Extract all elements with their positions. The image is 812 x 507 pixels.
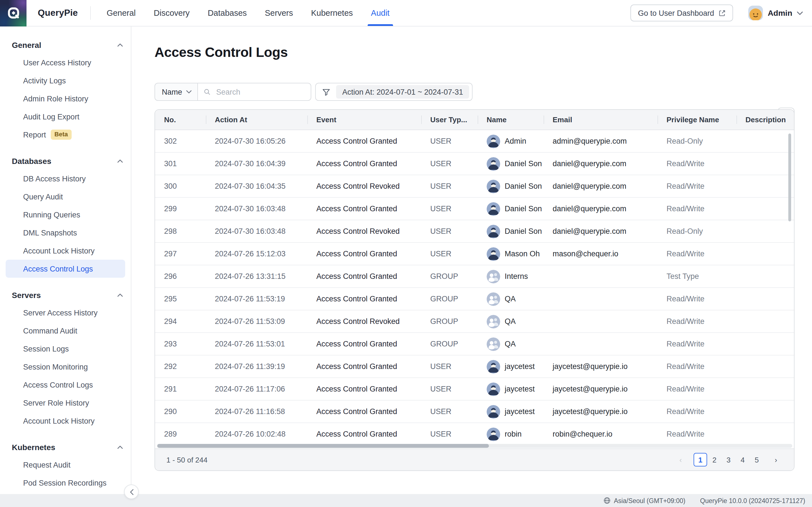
sidebar-item-report[interactable]: ReportBeta xyxy=(6,126,125,144)
table-row[interactable]: 2992024-07-30 16:03:48Access Control Gra… xyxy=(155,198,794,220)
group-avatar-icon xyxy=(487,270,500,283)
sidebar-item-db-access-history[interactable]: DB Access History xyxy=(6,170,125,187)
sidebar-section-header-servers[interactable]: Servers xyxy=(0,287,131,304)
sidebar-item-access-control-logs[interactable]: Access Control Logs xyxy=(6,260,125,278)
column-header-email[interactable]: Email xyxy=(544,115,658,124)
sidebar-item-session-logs[interactable]: Session Logs xyxy=(6,340,125,358)
user-avatar-icon xyxy=(487,179,500,193)
sidebar-item-label: Admin Role History xyxy=(23,94,88,103)
user-avatar-icon xyxy=(487,360,500,373)
cell-no: 291 xyxy=(155,385,206,393)
pagination-page-5[interactable]: 5 xyxy=(750,453,763,466)
account-menu[interactable]: Admin xyxy=(749,6,803,20)
sidebar-item-user-access-history[interactable]: User Access History xyxy=(6,54,125,71)
nav-item-general[interactable]: General xyxy=(107,0,136,26)
table-row[interactable]: 2962024-07-26 13:31:15Access Control Gra… xyxy=(155,265,794,288)
date-filter[interactable]: Action At: 2024-07-01 ~ 2024-07-31 xyxy=(315,83,473,101)
cell-privilege: Read/Write xyxy=(658,430,737,438)
column-header-user-typ[interactable]: User Typ... xyxy=(421,115,477,124)
sidebar-item-server-access-history[interactable]: Server Access History xyxy=(6,304,125,322)
nav-item-databases[interactable]: Databases xyxy=(208,0,247,26)
column-header-name[interactable]: Name xyxy=(477,115,544,124)
pagination-prev-button[interactable]: ‹ xyxy=(674,453,688,466)
sidebar-item-request-audit[interactable]: Request Audit xyxy=(6,456,125,474)
pagination-page-1[interactable]: 1 xyxy=(694,453,707,466)
sidebar-item-activity-logs[interactable]: Activity Logs xyxy=(6,71,125,90)
chevron-up-icon xyxy=(117,43,123,47)
table-row[interactable]: 2982024-07-30 16:03:48Access Control Rev… xyxy=(155,220,794,243)
column-header-no[interactable]: No. xyxy=(155,115,206,124)
user-avatar-icon xyxy=(487,157,500,170)
sidebar-item-query-audit[interactable]: Query Audit xyxy=(6,187,125,206)
table-row[interactable]: 2932024-07-26 11:53:01Access Control Gra… xyxy=(155,333,794,355)
go-to-user-dashboard-button[interactable]: Go to User Dashboard xyxy=(631,4,733,21)
table-row[interactable]: 2942024-07-26 11:53:09Access Control Rev… xyxy=(155,311,794,333)
sidebar-item-access-control-logs[interactable]: Access Control Logs xyxy=(6,376,125,394)
cell-user-type: USER xyxy=(421,159,477,168)
querypie-logo[interactable] xyxy=(0,0,27,26)
search-box xyxy=(198,83,311,101)
sidebar-item-running-queries[interactable]: Running Queries xyxy=(6,206,125,224)
horizontal-scrollbar[interactable] xyxy=(157,443,792,448)
cell-action-at: 2024-07-26 11:53:09 xyxy=(206,317,307,326)
cell-user-type: USER xyxy=(421,227,477,235)
group-avatar-icon xyxy=(487,292,500,305)
table-row[interactable]: 2902024-07-26 11:16:58Access Control Gra… xyxy=(155,400,794,423)
nav-item-discovery[interactable]: Discovery xyxy=(154,0,190,26)
table-row[interactable]: 2912024-07-26 11:17:06Access Control Gra… xyxy=(155,378,794,400)
sidebar-item-dml-snapshots[interactable]: DML Snapshots xyxy=(6,224,125,242)
search-field-value: Name xyxy=(162,88,182,96)
pagination-page-3[interactable]: 3 xyxy=(722,453,735,466)
sidebar-section-header-databases[interactable]: Databases xyxy=(0,153,131,170)
cell-name: Daniel Son xyxy=(477,224,544,238)
table-row[interactable]: 2952024-07-26 11:53:19Access Control Gra… xyxy=(155,288,794,311)
table-row[interactable]: 2892024-07-26 10:02:48Access Control Gra… xyxy=(155,423,794,443)
vertical-scrollbar-thumb[interactable] xyxy=(788,133,791,221)
column-header-description[interactable]: Description xyxy=(737,115,794,124)
user-avatar-icon xyxy=(487,427,500,441)
date-filter-chip[interactable]: Action At: 2024-07-01 ~ 2024-07-31 xyxy=(336,85,469,99)
cell-no: 293 xyxy=(155,340,206,348)
table-row[interactable]: 2972024-07-26 15:12:03Access Control Gra… xyxy=(155,243,794,265)
pagination-page-2[interactable]: 2 xyxy=(708,453,721,466)
group-avatar-icon xyxy=(487,337,500,351)
nav-divider xyxy=(90,6,91,20)
table-row[interactable]: 3012024-07-30 16:04:39Access Control Gra… xyxy=(155,153,794,175)
pagination-next-button[interactable]: › xyxy=(769,453,783,466)
sidebar-item-command-audit[interactable]: Command Audit xyxy=(6,322,125,340)
sidebar-section-header-general[interactable]: General xyxy=(0,37,131,54)
horizontal-scrollbar-thumb[interactable] xyxy=(157,444,489,448)
cell-action-at: 2024-07-26 11:39:19 xyxy=(206,362,307,371)
column-header-action-at[interactable]: Action At xyxy=(206,115,307,124)
sidebar-item-audit-log-export[interactable]: Audit Log Export xyxy=(6,108,125,126)
column-header-event[interactable]: Event xyxy=(307,115,421,124)
column-header-privilege-name[interactable]: Privilege Name xyxy=(658,115,737,124)
cell-email: robin@chequer.io xyxy=(544,430,658,438)
nav-item-servers[interactable]: Servers xyxy=(265,0,293,26)
nav-item-kubernetes[interactable]: Kubernetes xyxy=(311,0,353,26)
search-field-selector[interactable]: Name xyxy=(154,83,198,101)
user-avatar-icon xyxy=(487,202,500,216)
sidebar-collapse-button[interactable] xyxy=(124,485,139,499)
main-content: Access Control Logs Name xyxy=(132,26,812,494)
table-row[interactable]: 2922024-07-26 11:39:19Access Control Gra… xyxy=(155,355,794,378)
vertical-scrollbar[interactable] xyxy=(788,132,791,443)
cell-user-type: GROUP xyxy=(421,340,477,348)
sidebar-item-account-lock-history[interactable]: Account Lock History xyxy=(6,412,125,430)
pagination-page-4[interactable]: 4 xyxy=(736,453,749,466)
sidebar-item-account-lock-history[interactable]: Account Lock History xyxy=(6,242,125,260)
sidebar-section-header-kubernetes[interactable]: Kubernetes xyxy=(0,439,131,456)
cell-action-at: 2024-07-26 11:16:58 xyxy=(206,407,307,416)
cell-privilege: Read/Write xyxy=(658,295,737,303)
cell-action-at: 2024-07-26 10:02:48 xyxy=(206,430,307,438)
cell-no: 302 xyxy=(155,137,206,145)
sidebar-item-pod-session-recordings[interactable]: Pod Session Recordings xyxy=(6,474,125,492)
table-row[interactable]: 3022024-07-30 16:05:26Access Control Gra… xyxy=(155,130,794,153)
nav-item-audit[interactable]: Audit xyxy=(371,0,390,26)
sidebar-item-server-role-history[interactable]: Server Role History xyxy=(6,394,125,412)
cell-user-type: GROUP xyxy=(421,295,477,303)
sidebar-item-admin-role-history[interactable]: Admin Role History xyxy=(6,90,125,108)
table-row[interactable]: 3002024-07-30 16:04:35Access Control Rev… xyxy=(155,175,794,198)
sidebar-item-session-monitoring[interactable]: Session Monitoring xyxy=(6,358,125,376)
search-input[interactable] xyxy=(215,87,305,97)
